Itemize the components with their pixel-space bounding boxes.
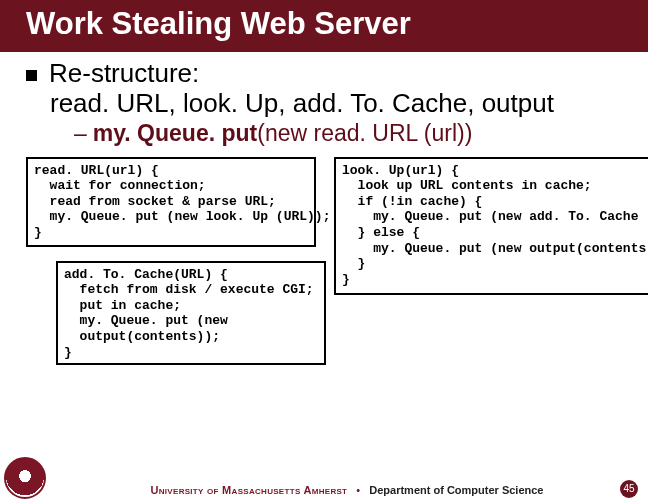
footer-text: University of Massachusetts Amherst • De… xyxy=(46,484,648,496)
dash-row: – my. Queue. put(new read. URL (url)) xyxy=(74,120,622,147)
code-box-lookup: look. Up(url) { look up URL contents in … xyxy=(334,157,648,295)
slide-title: Work Stealing Web Server xyxy=(26,6,411,41)
footer-university: University of Massachusetts Amherst xyxy=(151,484,348,496)
bullet-main-text: Re-structure: xyxy=(49,58,622,89)
slide-footer: University of Massachusetts Amherst • De… xyxy=(0,476,648,504)
bullet-row: Re-structure: xyxy=(26,58,622,89)
slide-title-bar: Work Stealing Web Server xyxy=(0,0,648,52)
dash-icon: – xyxy=(74,120,87,147)
bullet-sub-text: read. URL, look. Up, add. To. Cache, out… xyxy=(50,89,622,118)
dash-bold-text: my. Queue. put xyxy=(93,120,257,146)
page-number-badge: 45 xyxy=(620,480,638,498)
footer-separator-icon: • xyxy=(350,484,366,496)
slide-content: Re-structure: read. URL, look. Up, add. … xyxy=(0,52,648,437)
university-seal-icon xyxy=(4,457,46,499)
code-boxes-area: read. URL(url) { wait for connection; re… xyxy=(26,157,622,437)
footer-department: Department of Computer Science xyxy=(369,484,543,496)
dash-rest-text: (new read. URL (url)) xyxy=(257,120,472,146)
square-bullet-icon xyxy=(26,70,37,81)
code-box-addtocache: add. To. Cache(URL) { fetch from disk / … xyxy=(56,261,326,365)
code-box-readurl: read. URL(url) { wait for connection; re… xyxy=(26,157,316,247)
